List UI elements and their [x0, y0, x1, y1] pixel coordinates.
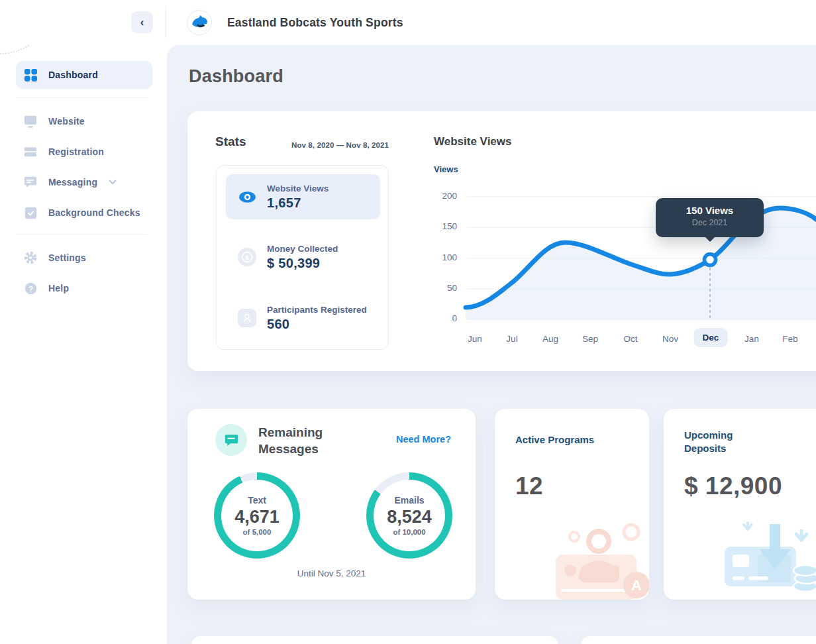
deposits-illustration: [717, 515, 816, 598]
y-tick: 50: [424, 283, 457, 293]
gauge-total: of 10,000: [393, 528, 425, 536]
stats-chart-card: Stats Nov 8, 2020 — Nov 8, 2021 Website …: [187, 111, 816, 371]
grid-icon: [23, 67, 38, 83]
stat-row-website-views[interactable]: Website Views 1,657: [226, 174, 380, 219]
stat-row-money-collected[interactable]: $ Money Collected $ 50,399: [226, 235, 380, 280]
stats-section-title: Stats: [215, 134, 246, 149]
person-icon: [238, 309, 256, 327]
eye-icon: [238, 188, 256, 206]
active-programs-title: Active Programs: [515, 433, 595, 447]
need-more-link[interactable]: Need More?: [396, 434, 451, 445]
chat-bubble-icon: [215, 424, 247, 456]
org-title: Eastland Bobcats Youth Sports: [227, 0, 403, 45]
gear-icon: [23, 250, 38, 266]
sidebar-item-label: Dashboard: [48, 70, 98, 80]
page-title: Dashboard: [189, 66, 283, 87]
stat-value: 1,657: [267, 195, 329, 211]
month-aug[interactable]: Aug: [542, 334, 558, 344]
month-feb[interactable]: Feb: [782, 334, 797, 344]
upcoming-deposits-card: Upcoming Deposits $ 12,900: [664, 409, 816, 600]
month-jan[interactable]: Jan: [744, 334, 759, 344]
sidebar-item-registration[interactable]: Registration: [16, 140, 152, 164]
month-jul[interactable]: Jul: [506, 334, 517, 344]
chart-tooltip: 150 Views Dec 2021: [656, 198, 764, 237]
stat-value: $ 50,399: [267, 256, 338, 271]
upcoming-deposits-value: $ 12,900: [684, 472, 782, 500]
chat-bubble-icon: [23, 174, 38, 190]
gauge-label: Emails: [394, 495, 424, 506]
sidebar-divider: [16, 234, 147, 235]
month-oct[interactable]: Oct: [623, 334, 637, 344]
gauge-label: Text: [248, 495, 266, 506]
sidebar-item-label: Messaging: [48, 177, 97, 188]
header-divider: [166, 7, 166, 38]
stat-row-participants[interactable]: Participants Registered 560: [226, 295, 380, 341]
org-logo: [187, 10, 212, 35]
dollar-circle-icon: $: [238, 248, 256, 266]
stacked-cards-icon: [23, 144, 38, 160]
sidebar-item-label: Help: [48, 283, 69, 294]
y-tick: 150: [424, 221, 457, 231]
stat-label: Participants Registered: [267, 305, 367, 315]
remaining-messages-card: Remaining Messages Need More? Text 4,671…: [187, 409, 476, 600]
active-programs-card: Active Programs 12 A: [495, 409, 649, 600]
upcoming-deposits-title: Upcoming Deposits: [684, 429, 764, 455]
sidebar-item-help[interactable]: ? Help: [16, 276, 152, 300]
monitor-icon: [23, 113, 38, 129]
sidebar-item-background-checks[interactable]: Background Checks: [16, 201, 152, 225]
tooltip-date: Dec 2021: [656, 218, 764, 227]
y-tick: 100: [424, 252, 457, 262]
collapse-sidebar-button[interactable]: ‹: [131, 11, 153, 33]
month-nov[interactable]: Nov: [662, 334, 678, 344]
gauge-total: of 5,000: [243, 528, 272, 536]
programs-roster-illustration: A: [554, 520, 649, 600]
stat-value: 560: [267, 317, 367, 332]
sidebar-item-messaging[interactable]: Messaging: [16, 170, 152, 194]
sidebar-item-label: Background Checks: [48, 207, 140, 218]
bottom-partial-card-left: [191, 636, 558, 644]
sidebar-item-label: Registration: [48, 146, 104, 157]
month-jun[interactable]: Jun: [468, 334, 482, 344]
sidebar-item-settings[interactable]: Settings: [16, 246, 152, 270]
month-dec-selected[interactable]: Dec: [694, 328, 728, 347]
month-sep[interactable]: Sep: [582, 334, 598, 344]
text-messages-gauge: Text 4,671 of 5,000: [214, 472, 300, 559]
remaining-messages-title: Remaining Messages: [258, 424, 371, 457]
stat-label: Money Collected: [267, 244, 338, 254]
gauge-value: 4,671: [234, 507, 280, 527]
svg-text:$: $: [245, 254, 249, 261]
bottom-partial-card-right: [581, 636, 816, 644]
sidebar-item-label: Settings: [48, 252, 86, 263]
stats-panel: Website Views 1,657 $ Money Collected $ …: [216, 165, 389, 350]
y-tick: 200: [424, 191, 457, 201]
chart-title: Website Views: [434, 135, 511, 148]
sidebar-item-website[interactable]: Website: [16, 109, 152, 133]
gauge-value: 8,524: [387, 507, 432, 527]
bobcat-logo-icon: [189, 11, 209, 34]
stat-label: Website Views: [267, 184, 329, 193]
emails-gauge: Emails 8,524 of 10,000: [366, 472, 452, 559]
app-header: ‹ Eastland Bobcats Youth Sports: [0, 0, 816, 45]
svg-text:A: A: [631, 577, 642, 594]
chart-y-axis-label: Views: [434, 164, 458, 174]
y-tick: 0: [424, 313, 457, 323]
chevron-down-icon: [109, 180, 117, 185]
check-square-icon: [23, 205, 38, 221]
tooltip-value: 150 Views: [656, 205, 764, 216]
active-programs-value: 12: [515, 472, 543, 500]
sidebar-item-label: Website: [48, 116, 85, 127]
sidebar-item-dashboard[interactable]: Dashboard: [16, 61, 152, 89]
svg-text:?: ?: [28, 284, 33, 292]
stats-date-range: Nov 8, 2020 — Nov 8, 2021: [270, 141, 389, 149]
selected-point-marker: [705, 254, 716, 266]
until-date-text: Until Nov 5, 2021: [187, 568, 476, 578]
sidebar-divider: [16, 97, 147, 98]
question-circle-icon: ?: [23, 280, 38, 296]
